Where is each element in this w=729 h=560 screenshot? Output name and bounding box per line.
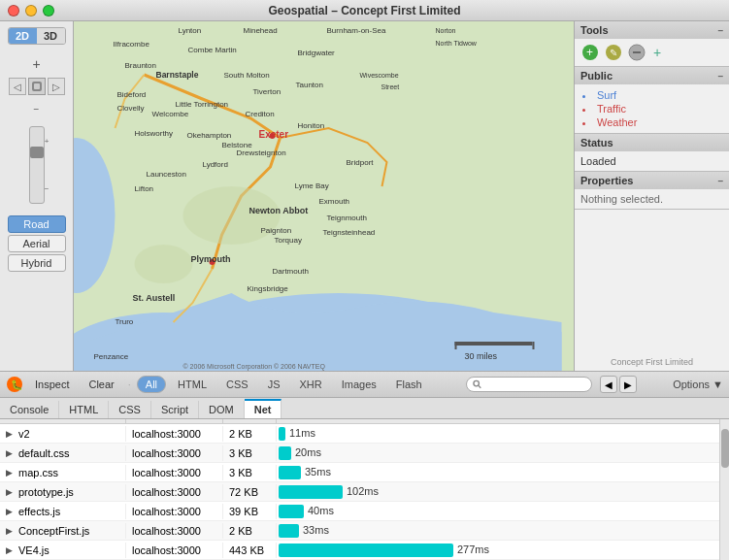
tab-css[interactable]: CSS xyxy=(109,401,151,418)
search-input[interactable] xyxy=(481,379,585,390)
expand-arrow[interactable]: ▶ xyxy=(6,448,13,458)
maximize-button[interactable] xyxy=(43,5,54,16)
window-controls xyxy=(8,5,54,16)
resize-handle[interactable] xyxy=(712,5,723,16)
pan-center-icon[interactable] xyxy=(28,78,46,95)
properties-value: Nothing selected. xyxy=(575,189,729,209)
cell-domain: localhost:3000 xyxy=(126,523,223,539)
filename: VE4.js xyxy=(18,544,50,556)
pan-left-icon[interactable]: ◁ xyxy=(9,78,26,95)
cell-size: 3 KB xyxy=(223,445,277,461)
svg-text:Bridgwater: Bridgwater xyxy=(298,49,336,57)
tool-edit-icon[interactable]: ✎ xyxy=(604,43,623,62)
timeline-label: 40ms xyxy=(308,505,334,516)
properties-section: Properties – Nothing selected. xyxy=(575,172,729,210)
nav-next-button[interactable]: ▶ xyxy=(619,376,637,393)
view-2d-button[interactable]: 2D xyxy=(9,28,37,44)
svg-text:30 miles: 30 miles xyxy=(465,351,498,361)
status-label: Status xyxy=(580,137,613,148)
filter-flash-button[interactable]: Flash xyxy=(388,377,430,392)
view-toggle: 2D 3D xyxy=(8,27,66,45)
scrollbar-thumb[interactable] xyxy=(721,429,729,468)
window-title: Geospatial – Concept First Limited xyxy=(268,4,460,17)
view-3d-button[interactable]: 3D xyxy=(37,28,65,44)
zoom-slider[interactable]: + − xyxy=(29,126,45,204)
cell-timeline: 277ms xyxy=(277,541,729,560)
table-row: ▶ map.css localhost:3000 3 KB 35ms xyxy=(0,463,729,482)
properties-label: Properties xyxy=(580,175,633,186)
table-row: ▶ v2 localhost:3000 2 KB 11ms xyxy=(0,424,729,444)
map-type-road[interactable]: Road xyxy=(8,215,66,233)
tab-html[interactable]: HTML xyxy=(59,401,109,418)
tools-collapse-icon[interactable]: – xyxy=(717,25,723,36)
pan-up-icon[interactable]: + xyxy=(25,52,49,76)
svg-text:Dartmouth: Dartmouth xyxy=(273,267,309,276)
svg-rect-9 xyxy=(455,342,533,346)
svg-text:South Molton: South Molton xyxy=(224,71,270,80)
cell-size: 3 KB xyxy=(223,465,277,480)
svg-text:🐛: 🐛 xyxy=(11,379,23,391)
tool-add-icon[interactable]: + xyxy=(580,43,600,62)
svg-text:Norton: Norton xyxy=(436,27,456,34)
devtools-search-box[interactable] xyxy=(466,377,592,392)
expand-arrow[interactable]: ▶ xyxy=(6,545,13,555)
filter-html-button[interactable]: HTML xyxy=(170,377,215,392)
pan-down-icon[interactable]: − xyxy=(25,97,49,120)
scrollbar[interactable] xyxy=(719,419,729,560)
filter-js-button[interactable]: JS xyxy=(260,377,288,392)
tab-dom[interactable]: DOM xyxy=(199,401,245,418)
tools-section: Tools – + ✎ + xyxy=(575,21,729,67)
timeline-label: 277ms xyxy=(457,544,489,555)
map-type-aerial[interactable]: Aerial xyxy=(8,235,66,252)
expand-arrow[interactable]: ▶ xyxy=(6,487,13,497)
expand-arrow[interactable]: ▶ xyxy=(6,429,13,439)
filename: effects.js xyxy=(18,506,60,517)
cell-size: 2 KB xyxy=(223,523,277,539)
minimize-button[interactable] xyxy=(25,5,37,16)
public-list: Surf Traffic Weather xyxy=(575,84,729,133)
svg-text:Launceston: Launceston xyxy=(147,170,186,179)
filter-xhr-button[interactable]: XHR xyxy=(291,377,329,392)
map-area[interactable]: 30 miles © 2006 Microsoft Corporation © … xyxy=(74,21,574,371)
options-button[interactable]: Options ▼ xyxy=(673,379,723,390)
expand-arrow[interactable]: ▶ xyxy=(6,526,13,536)
cell-file: ▶ prototype.js xyxy=(0,484,126,500)
tab-console[interactable]: Console xyxy=(0,401,59,418)
map-type-buttons: Road Aerial Hybrid xyxy=(8,215,66,272)
svg-point-7 xyxy=(183,186,281,245)
tab-net[interactable]: Net xyxy=(245,399,282,418)
public-collapse-icon[interactable]: – xyxy=(717,71,723,82)
filter-all-button[interactable]: All xyxy=(137,376,166,393)
cell-timeline: 102ms xyxy=(277,482,729,502)
main-area: 2D 3D + ◁ ▷ − + − xyxy=(0,21,729,371)
cell-timeline: 11ms xyxy=(277,424,729,444)
close-button[interactable] xyxy=(8,5,19,16)
svg-text:Exmouth: Exmouth xyxy=(319,197,350,206)
public-label: Public xyxy=(580,70,613,82)
cell-timeline: 20ms xyxy=(277,444,729,463)
expand-arrow[interactable]: ▶ xyxy=(6,507,13,516)
map-type-hybrid[interactable]: Hybrid xyxy=(8,254,66,272)
svg-text:Burnham-on-Sea: Burnham-on-Sea xyxy=(327,26,386,35)
net-rows-container: ▶ v2 localhost:3000 2 KB 11ms ▶ default.… xyxy=(0,424,729,560)
filter-css-button[interactable]: CSS xyxy=(218,377,256,392)
properties-collapse-icon[interactable]: – xyxy=(717,176,723,186)
svg-text:North Tidwow: North Tidwow xyxy=(436,40,478,47)
pan-right-icon[interactable]: ▷ xyxy=(48,78,65,95)
svg-text:Lydford: Lydford xyxy=(203,160,228,169)
tab-script[interactable]: Script xyxy=(151,401,199,418)
cell-timeline: 40ms xyxy=(277,502,729,521)
tool-plus-icon[interactable]: + xyxy=(650,43,670,62)
public-item-weather[interactable]: Weather xyxy=(582,115,721,129)
expand-arrow[interactable]: ▶ xyxy=(6,468,13,478)
filter-images-button[interactable]: Images xyxy=(334,377,384,392)
inspect-button[interactable]: Inspect xyxy=(27,377,77,392)
public-item-surf[interactable]: Surf xyxy=(582,88,721,102)
public-item-traffic[interactable]: Traffic xyxy=(582,102,721,115)
cell-domain: localhost:3000 xyxy=(126,445,223,461)
col-domain xyxy=(126,419,223,423)
zoom-thumb[interactable] xyxy=(30,147,44,158)
tool-delete-icon[interactable] xyxy=(627,43,646,62)
clear-button[interactable]: Clear xyxy=(81,377,121,392)
nav-prev-button[interactable]: ◀ xyxy=(600,376,617,393)
